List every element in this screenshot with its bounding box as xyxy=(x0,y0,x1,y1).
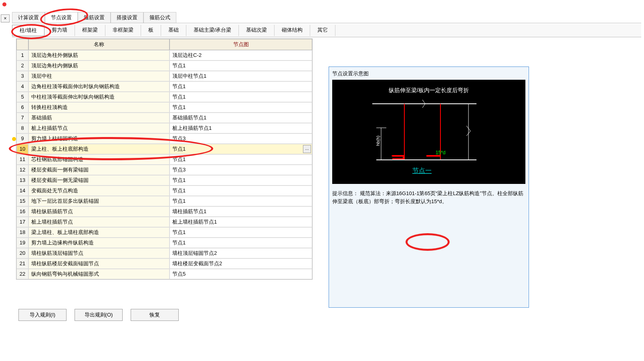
close-button[interactable]: × xyxy=(1,14,10,22)
table-row[interactable]: 12楼层变截面一侧有梁锚固节点3 xyxy=(16,165,312,175)
row-name: 顶层边角柱外侧纵筋 xyxy=(28,50,170,61)
subtab-shearwall[interactable]: 剪力墙 xyxy=(44,25,75,36)
row-node-value[interactable]: 节点3 xyxy=(170,133,312,144)
table-row[interactable]: 6转换柱柱顶构造节点1 xyxy=(16,102,312,113)
table-row[interactable]: 22纵向钢筋弯钩与机械锚固形式节点5 xyxy=(16,269,312,279)
subtab-foundation-beam[interactable]: 基础主梁/承台梁 xyxy=(186,25,239,36)
row-node-value[interactable]: 节点1 xyxy=(170,154,312,165)
row-node-value[interactable]: 顶层边柱C-2 xyxy=(170,50,312,61)
row-number: 1 xyxy=(16,50,28,61)
row-node-value[interactable]: 节点1 xyxy=(170,102,312,113)
row-node-value[interactable]: 顶层中柱节点1 xyxy=(170,71,312,81)
row-number: 18 xyxy=(16,227,28,238)
row-number: 22 xyxy=(16,269,28,279)
row-name: 墙柱纵筋插筋节点 xyxy=(28,206,170,217)
row-number: 19 xyxy=(16,238,28,248)
row-node-value[interactable]: 节点1 xyxy=(170,227,312,238)
subtab-nonframe-beam[interactable]: 非框架梁 xyxy=(105,25,141,36)
table-row[interactable]: 20墙柱纵筋顶层锚固节点墙柱顶层锚固节点2 xyxy=(16,248,312,258)
export-rules-button[interactable]: 导出规则(O) xyxy=(75,309,123,321)
row-name: 地下一层比首层多出纵筋锚固 xyxy=(28,196,170,206)
row-node-value[interactable]: 节点5 xyxy=(170,269,312,279)
subtab-foundation[interactable]: 基础 xyxy=(161,25,186,36)
table-row[interactable]: 7基础插筋基础插筋节点1 xyxy=(16,113,312,123)
table-row[interactable]: 4边角柱柱顶等截面伸出时纵向钢筋构造节点1 xyxy=(16,81,312,92)
row-name: 剪力墙上边缘构件纵筋构造 xyxy=(28,238,170,248)
row-node-value[interactable]: 墙柱顶层锚固节点2 xyxy=(170,248,312,258)
table-row[interactable]: 10梁上柱、板上柱底部构造节点1… xyxy=(16,144,312,154)
row-node-value[interactable]: 节点1 xyxy=(170,81,312,92)
row-node-value[interactable]: 桩上柱插筋节点1 xyxy=(170,123,312,133)
row-node-value[interactable]: 节点1 xyxy=(170,238,312,248)
import-rules-button[interactable]: 导入规则(I) xyxy=(18,309,67,321)
row-node-value[interactable]: 桩上墙柱插筋节点1 xyxy=(170,217,312,227)
row-name: 顶层边角柱内侧纵筋 xyxy=(28,61,170,71)
table-row[interactable]: 14变截面处无节点构造节点1 xyxy=(16,186,312,196)
subtab-masonry[interactable]: 砌体结构 xyxy=(275,25,310,36)
row-node-value[interactable]: 墙柱楼层变截面节点2 xyxy=(170,258,312,269)
row-name: 墙柱纵筋顶层锚固节点 xyxy=(28,248,170,258)
table-row[interactable]: 2顶层边角柱内侧纵筋节点1 xyxy=(16,61,312,71)
hint-body: 规范算法：来源16G101-1第65页“梁上柱LZ纵筋构造”节点。柱全部纵筋伸至… xyxy=(332,190,523,204)
hint-text: 提示信息： 规范算法：来源16G101-1第65页“梁上柱LZ纵筋构造”节点。柱… xyxy=(332,190,525,205)
row-node-value[interactable]: 墙柱插筋节点1 xyxy=(170,206,312,217)
hb-label: hb(h) xyxy=(375,135,380,146)
table-row[interactable]: 9剪力墙上柱锚固构造节点3 xyxy=(16,133,312,144)
subtab-frame-beam[interactable]: 框架梁 xyxy=(75,25,105,36)
table-row[interactable]: 1顶层边角柱外侧纵筋顶层边柱C-2 xyxy=(16,50,312,61)
row-name: 墙柱纵筋楼层变截面锚固节点 xyxy=(28,258,170,269)
row-node-value[interactable]: 基础插筋节点1 xyxy=(170,113,312,123)
row-node-value[interactable]: 节点3 xyxy=(170,165,312,175)
table-row[interactable]: 18梁上墙柱、板上墙柱底部构造节点1 xyxy=(16,227,312,238)
table-row[interactable]: 5中柱柱顶等截面伸出时纵向钢筋构造节点1 xyxy=(16,92,312,102)
ellipsis-button[interactable]: … xyxy=(303,145,311,153)
row-marker-icon xyxy=(12,137,16,141)
tab-node-settings[interactable]: 节点设置 xyxy=(45,12,78,23)
row-name: 边角柱柱顶等截面伸出时纵向钢筋构造 xyxy=(28,81,170,92)
row-number: 20 xyxy=(16,248,28,258)
table-row[interactable]: 11芯柱钢筋底部锚固构造节点1 xyxy=(16,154,312,165)
row-name: 桩上柱插筋节点 xyxy=(28,123,170,133)
table-row[interactable]: 21墙柱纵筋楼层变截面锚固节点墙柱楼层变截面节点2 xyxy=(16,258,312,269)
row-name: 变截面处无节点构造 xyxy=(28,186,170,196)
row-node-value[interactable]: 节点1 xyxy=(170,186,312,196)
subtab-slab[interactable]: 板 xyxy=(141,25,161,36)
table-row[interactable]: 16墙柱纵筋插筋节点墙柱插筋节点1 xyxy=(16,206,312,217)
row-name: 基础插筋 xyxy=(28,113,170,123)
row-name: 转换柱柱顶构造 xyxy=(28,102,170,113)
table-row[interactable]: 15地下一层比首层多出纵筋锚固节点1 xyxy=(16,196,312,206)
row-name: 剪力墙上柱锚固构造 xyxy=(28,133,170,144)
row-node-value[interactable]: 节点1 xyxy=(170,196,312,206)
restore-button[interactable]: 恢复 xyxy=(131,309,179,321)
tab-calc-settings[interactable]: 计算设置 xyxy=(12,12,45,23)
row-number: 5 xyxy=(16,92,28,102)
subtab-column[interactable]: 柱/墙柱 xyxy=(12,25,44,36)
row-number: 3 xyxy=(16,71,28,81)
table-row[interactable]: 13楼层变截面一侧无梁锚固节点1 xyxy=(16,175,312,186)
subtab-foundation-secondary[interactable]: 基础次梁 xyxy=(239,25,275,36)
row-node-value[interactable]: 节点1 xyxy=(170,92,312,102)
row-node-value[interactable]: 节点1… xyxy=(170,144,312,154)
table-row[interactable]: 17桩上墙柱插筋节点桩上墙柱插筋节点1 xyxy=(16,217,312,227)
tab-lap-settings[interactable]: 搭接设置 xyxy=(111,12,143,23)
row-name: 纵向钢筋弯钩与机械锚固形式 xyxy=(28,269,170,279)
row-number: 12 xyxy=(16,165,28,175)
table-row[interactable]: 3顶层中柱顶层中柱节点1 xyxy=(16,71,312,81)
row-number: 11 xyxy=(16,154,28,165)
col-head-num xyxy=(16,39,28,50)
tab-stirrup-formula[interactable]: 箍筋公式 xyxy=(143,12,176,23)
row-number: 2 xyxy=(16,61,28,71)
node-grid: 名称 节点图 1顶层边角柱外侧纵筋顶层边柱C-22顶层边角柱内侧纵筋节点13顶层… xyxy=(16,38,313,280)
row-node-value[interactable]: 节点1 xyxy=(170,61,312,71)
diagram-panel: 节点设置示意图 纵筋伸至梁/板内一定长度后弯折 hb(h) xyxy=(329,67,529,308)
subtab-other[interactable]: 其它 xyxy=(310,25,335,36)
row-node-value[interactable]: 节点1 xyxy=(170,175,312,186)
row-name: 楼层变截面一侧无梁锚固 xyxy=(28,175,170,186)
row-name: 梁上墙柱、板上墙柱底部构造 xyxy=(28,227,170,238)
row-number: 8 xyxy=(16,123,28,133)
row-number: 15 xyxy=(16,196,28,206)
diagram-title: 纵筋伸至梁/板内一定长度后弯折 xyxy=(332,87,525,94)
tab-stirrup-settings[interactable]: 箍筋设置 xyxy=(78,12,111,23)
table-row[interactable]: 19剪力墙上边缘构件纵筋构造节点1 xyxy=(16,238,312,248)
table-row[interactable]: 8桩上柱插筋节点桩上柱插筋节点1 xyxy=(16,123,312,133)
